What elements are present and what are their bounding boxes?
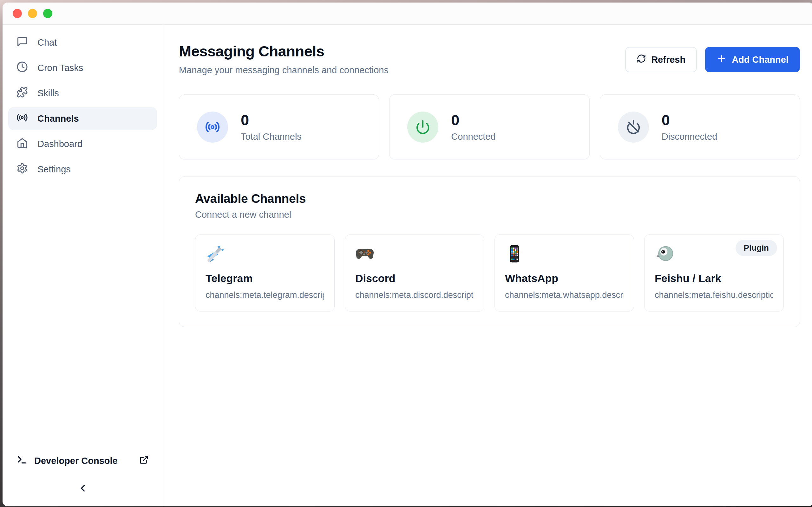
minimize-button[interactable] [28,9,37,18]
maximize-button[interactable] [43,9,52,18]
sidebar-item-channels[interactable]: Channels [8,107,157,130]
developer-console-label: Developer Console [34,456,118,466]
refresh-button[interactable]: Refresh [625,47,697,72]
channel-name: Discord [355,272,474,285]
sidebar-item-label: Chat [38,38,57,48]
bird-emoji [655,244,674,263]
channel-card-telegram[interactable]: Telegram channels:meta.telegram.descript [195,234,335,312]
game-controller-emoji [355,244,374,263]
broadcast-icon [197,112,228,143]
available-channels-title: Available Channels [195,192,784,206]
external-link-icon[interactable] [139,455,149,467]
available-channels-panel: Available Channels Connect a new channel… [179,176,800,327]
titlebar [3,3,812,25]
chat-icon [16,36,28,49]
power-icon [407,112,438,143]
channel-grid: Telegram channels:meta.telegram.descript [195,234,784,312]
add-channel-label: Add Channel [732,55,789,65]
sidebar-collapse-button[interactable] [8,472,157,497]
stat-card-disconnected: 0 Disconnected [600,95,800,159]
stat-label: Disconnected [662,131,717,142]
page-title: Messaging Channels [179,43,389,60]
channel-description: channels:meta.feishu.description [655,290,773,300]
refresh-icon [637,54,646,66]
developer-console-link[interactable]: Developer Console [8,449,157,472]
airplane-emoji [206,244,224,263]
channel-name: WhatsApp [505,272,623,285]
plugin-badge: Plugin [735,240,777,256]
stat-value: 0 [241,112,302,128]
sidebar-item-dashboard[interactable]: Dashboard [8,132,157,155]
gear-icon [16,163,28,176]
channel-card-feishu[interactable]: Plugin Feishu / Lark channels:meta.feish… [644,234,784,312]
page-header: Messaging Channels Manage your messaging… [179,43,800,75]
stat-value: 0 [451,112,496,128]
sidebar-item-cron-tasks[interactable]: Cron Tasks [8,56,157,79]
add-channel-button[interactable]: Add Channel [705,47,800,72]
channel-description: channels:meta.discord.descriptio [355,290,474,300]
stat-value: 0 [662,112,717,128]
main-layout: Chat Cron Tasks Skills Channels Dashboar… [3,25,812,506]
channel-card-discord[interactable]: Discord channels:meta.discord.descriptio [345,234,484,312]
chevron-left-icon [78,483,88,495]
content-area: Messaging Channels Manage your messaging… [163,25,812,506]
channel-name: Telegram [206,272,324,285]
sidebar-item-label: Skills [38,88,59,99]
stats-row: 0 Total Channels 0 Connected [179,95,800,159]
available-channels-subtitle: Connect a new channel [195,210,784,220]
sidebar-item-chat[interactable]: Chat [8,31,157,54]
clock-icon [16,61,28,75]
plus-icon [716,54,727,66]
sidebar-item-label: Channels [38,113,79,124]
channel-description: channels:meta.telegram.descript [206,290,324,300]
channel-description: channels:meta.whatsapp.descrip [505,290,623,300]
page-subtitle: Manage your messaging channels and conne… [179,65,389,75]
terminal-icon [16,454,27,467]
sidebar: Chat Cron Tasks Skills Channels Dashboar… [3,25,163,506]
channel-name: Feishu / Lark [655,272,773,285]
app-window: Chat Cron Tasks Skills Channels Dashboar… [3,3,812,506]
mobile-phone-emoji [505,244,524,263]
home-icon [16,137,28,151]
header-actions: Refresh Add Channel [625,47,800,72]
sidebar-item-label: Cron Tasks [38,63,84,73]
stat-label: Total Channels [241,131,302,142]
stat-card-connected: 0 Connected [389,95,589,159]
stat-card-total-channels: 0 Total Channels [179,95,379,159]
refresh-label: Refresh [651,55,686,65]
puzzle-icon [16,87,28,100]
sidebar-item-skills[interactable]: Skills [8,82,157,105]
sidebar-footer: Developer Console [8,449,157,497]
power-off-icon [618,112,649,143]
channel-card-whatsapp[interactable]: WhatsApp channels:meta.whatsapp.descrip [495,234,634,312]
sidebar-item-label: Settings [38,164,71,175]
broadcast-icon [16,112,28,125]
stat-label: Connected [451,131,496,142]
sidebar-item-label: Dashboard [38,139,83,149]
sidebar-item-settings[interactable]: Settings [8,158,157,181]
close-button[interactable] [13,9,22,18]
